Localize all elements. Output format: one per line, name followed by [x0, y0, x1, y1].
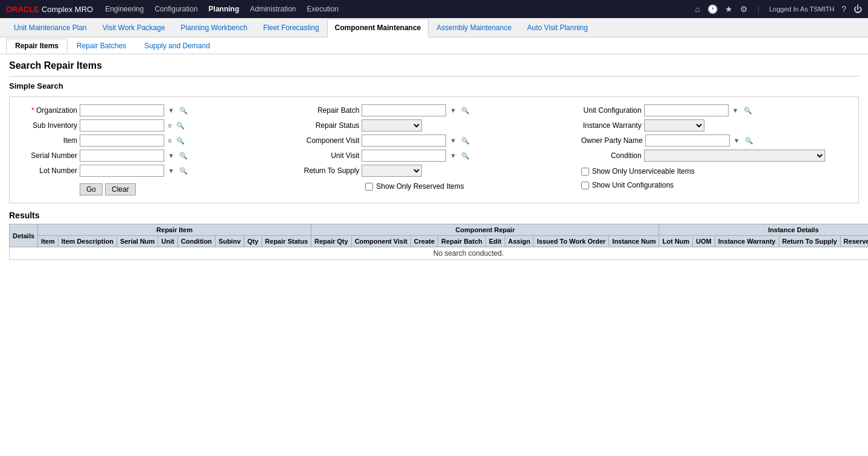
results-table: Details Repair Item Component Repair Ins…: [9, 224, 868, 260]
tab-unit-maintenance-plan[interactable]: Unit Maintenance Plan: [6, 18, 95, 37]
simple-search-title: Simple Search: [9, 81, 859, 90]
repair-batch-dropdown-btn[interactable]: ▼: [448, 107, 458, 114]
organization-dropdown-btn[interactable]: ▼: [167, 107, 176, 114]
lot-number-row: Lot Number ▼ 🔍: [17, 165, 287, 177]
subtab-supply-and-demand[interactable]: Supply and Demand: [135, 39, 219, 53]
clear-button[interactable]: Clear: [105, 183, 136, 195]
show-reserved-label: Show Only Reserved Items: [376, 182, 464, 191]
owner-party-name-dropdown-btn[interactable]: ▼: [732, 137, 741, 144]
lot-number-search-btn[interactable]: 🔍: [178, 167, 189, 175]
tab-visit-work-package[interactable]: Visit Work Package: [95, 18, 173, 37]
owner-party-name-label: Owner Party Name: [581, 136, 643, 145]
app-logo: ORACLE Complex MRO: [6, 5, 93, 14]
tab-assembly-maintenance[interactable]: Assembly Maintenance: [429, 18, 519, 37]
nav-execution[interactable]: Execution: [307, 5, 339, 13]
col-unit: Unit: [158, 236, 177, 247]
return-to-supply-select[interactable]: [362, 165, 422, 177]
tab-auto-visit-planning[interactable]: Auto Visit Planning: [519, 18, 596, 37]
serial-number-input[interactable]: [80, 150, 164, 162]
col-reserved-for-work-order: Reserved For Work Order: [840, 236, 868, 247]
unit-visit-search-btn[interactable]: 🔍: [460, 152, 471, 160]
unit-configuration-search-btn[interactable]: 🔍: [742, 107, 753, 115]
nav-engineering[interactable]: Engineering: [105, 5, 144, 13]
tab-component-maintenance[interactable]: Component Maintenance: [327, 19, 429, 37]
nav-configuration[interactable]: Configuration: [155, 5, 197, 13]
col-item: Item: [38, 236, 59, 247]
col-instance-warranty: Instance Warranty: [715, 236, 779, 247]
show-reserved-checkbox[interactable]: [365, 183, 373, 191]
condition-select[interactable]: [644, 150, 825, 162]
subtab-repair-items[interactable]: Repair Items: [6, 39, 68, 53]
show-unserviceable-checkbox[interactable]: [581, 168, 589, 176]
star-icon[interactable]: ★: [725, 4, 733, 14]
item-search-btn[interactable]: 🔍: [175, 137, 186, 145]
serial-number-search-btn[interactable]: 🔍: [178, 152, 189, 160]
serial-number-dropdown-btn[interactable]: ▼: [167, 152, 176, 159]
condition-label: Condition: [581, 151, 642, 160]
unit-configuration-input[interactable]: [644, 104, 729, 116]
no-results-row: No search conducted.: [10, 247, 869, 260]
subtab-repair-batches[interactable]: Repair Batches: [68, 39, 135, 53]
secondary-navigation: Unit Maintenance Plan Visit Work Package…: [0, 18, 868, 37]
col-details-header: Details: [10, 224, 38, 247]
help-icon[interactable]: ?: [841, 4, 846, 14]
instance-warranty-select[interactable]: [644, 119, 704, 131]
owner-party-name-input[interactable]: [645, 135, 730, 147]
search-col-1: Organization ▼ 🔍 Sub Inventory ≡ 🔍 Item …: [17, 104, 287, 195]
sub-inventory-input[interactable]: [80, 119, 164, 131]
unit-visit-input[interactable]: [362, 150, 446, 162]
organization-input[interactable]: [80, 104, 164, 116]
return-to-supply-label: Return To Supply: [299, 166, 359, 175]
search-form-grid: Organization ▼ 🔍 Sub Inventory ≡ 🔍 Item …: [17, 104, 851, 195]
component-visit-search-btn[interactable]: 🔍: [460, 137, 471, 145]
unit-configuration-dropdown-btn[interactable]: ▼: [731, 107, 740, 114]
organization-row: Organization ▼ 🔍: [17, 104, 287, 116]
col-issued-to-work-order: Issued To Work Order: [534, 236, 609, 247]
show-unserviceable-label: Show Only Unserviceable Items: [592, 167, 695, 176]
home-icon[interactable]: ⌂: [695, 4, 700, 14]
col-component-repair-group: Component Repair: [311, 224, 659, 236]
organization-label: Organization: [17, 106, 77, 115]
col-edit: Edit: [485, 236, 505, 247]
search-col-3: Unit Configuration ▼ 🔍 Instance Warranty…: [581, 104, 851, 195]
owner-party-name-search-btn[interactable]: 🔍: [744, 137, 755, 145]
separator: |: [758, 5, 759, 13]
lot-number-input[interactable]: [80, 165, 164, 177]
gear-icon[interactable]: ⚙: [740, 4, 748, 14]
results-body: No search conducted.: [10, 247, 869, 260]
col-create: Create: [410, 236, 438, 247]
item-list-btn[interactable]: ≡: [167, 137, 173, 144]
col-qty: Qty: [244, 236, 261, 247]
tab-planning-workbench[interactable]: Planning Workbench: [173, 18, 255, 37]
nav-planning[interactable]: Planning: [209, 5, 240, 13]
sub-inventory-row: Sub Inventory ≡ 🔍: [17, 119, 287, 131]
component-visit-input[interactable]: [362, 135, 446, 147]
unit-visit-label: Unit Visit: [299, 151, 359, 160]
product-name: Complex MRO: [42, 5, 93, 14]
component-visit-dropdown-btn[interactable]: ▼: [448, 137, 458, 144]
go-button[interactable]: Go: [80, 183, 103, 195]
show-unit-config-checkbox[interactable]: [581, 182, 589, 189]
col-lot-num: Lot Num: [659, 236, 693, 247]
logged-in-label: Logged In As TSMITH: [769, 5, 834, 13]
clock-icon[interactable]: 🕐: [707, 4, 718, 14]
action-buttons-row: Go Clear: [17, 180, 287, 195]
unit-visit-dropdown-btn[interactable]: ▼: [448, 152, 458, 159]
organization-search-btn[interactable]: 🔍: [178, 107, 189, 115]
power-icon[interactable]: ⏻: [854, 4, 862, 14]
repair-status-select[interactable]: [362, 119, 422, 131]
repair-batch-input[interactable]: [362, 104, 446, 116]
tab-fleet-forecasting[interactable]: Fleet Forecasting: [255, 18, 327, 37]
col-group-header-row: Details Repair Item Component Repair Ins…: [10, 224, 869, 236]
sub-inventory-search-btn[interactable]: 🔍: [175, 122, 186, 130]
repair-batch-search-btn[interactable]: 🔍: [460, 107, 471, 115]
lot-number-dropdown-btn[interactable]: ▼: [167, 167, 176, 174]
show-unit-config-label: Show Unit Configurations: [592, 181, 674, 189]
top-navigation: ORACLE Complex MRO Engineering Configura…: [0, 0, 868, 18]
sub-inventory-list-btn[interactable]: ≡: [167, 122, 173, 129]
col-repair-qty: Repair Qty: [311, 236, 352, 247]
item-input[interactable]: [80, 135, 164, 147]
condition-row: Condition: [581, 150, 851, 162]
nav-administration[interactable]: Administration: [250, 5, 296, 13]
serial-number-label: Serial Number: [17, 151, 77, 160]
